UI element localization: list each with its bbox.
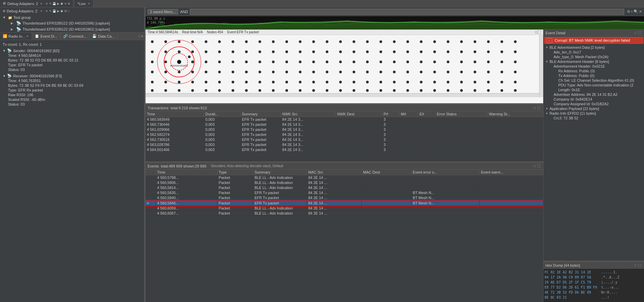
detail-tree-item[interactable]: ▶Rx Address: Public (0) [544,69,643,73]
ev-col-time[interactable] [146,169,156,175]
transactions-min-btn[interactable]: □ [533,106,536,110]
events-max-btn[interactable]: ⛶ [537,164,541,168]
event-row[interactable]: 4 560,5840...PacketEFR Tx packet84 2E 14… [146,195,543,200]
ev-col-type[interactable]: Type [217,169,253,175]
corrupt-icon: ⚠ [547,38,552,43]
ev-col-mac-src[interactable]: MAC Src [307,169,362,175]
debug-adapters-tab[interactable]: ⚙ Debug Adapters: 2 ✕ ✕ ✎ 💾 ▶ ⏹ ✕ ⚙ [0,0,73,7]
device-item-2[interactable]: ▶ 📡 Thunderboard EFR32BG22 (ID:440181862… [0,26,144,32]
transaction-row[interactable]: 4 561,0290660,003EFR Tx packet84 2E 14 3… [146,127,543,132]
event-detail-tab[interactable]: 📋 Event Di... [32,33,61,40]
filter-settings-icon[interactable]: ⚙ [627,9,630,14]
topology-min-btn[interactable]: □ [535,30,537,34]
detail-tree-item[interactable]: ▶Tx Address: Public (0) [544,73,643,78]
detail-tree-item[interactable]: ▶Ch Sel: LE Channel Selection Algorithm … [544,78,643,83]
detail-tree-item[interactable]: ▶Adv_len_0: 0x17 [544,50,643,54]
event-detail-tab-label: Event Di... [40,34,57,38]
detail-tree-item[interactable]: ▶PDU Type: Adv Non-connectable Indicatio… [544,83,643,87]
svg-point-133 [366,81,369,83]
connections-tab[interactable]: 🔗 Connecti... [61,33,90,40]
event-row[interactable]: 4 560,5798...PacketBLE LL - Adv Indicati… [146,175,543,180]
transaction-row[interactable]: 4 562,7305160,003EFR Tx packet84 2E 14 3… [146,137,543,142]
col-nwk-dest[interactable]: NWK Dest [336,111,382,117]
events-min-btn[interactable]: □ [533,164,536,168]
sender-label: Sender: 000440181862 [6D] [13,49,59,53]
event-row[interactable]: ▶4 560,5846...PacketEFR Tx packet84 2E 1… [146,200,543,206]
ev-col-summary[interactable]: Summary [253,169,307,175]
radio-info-tab[interactable]: 📶 Radio In... ✕ [0,33,32,40]
svg-point-46 [312,50,315,53]
filter-close-icon[interactable]: ✕ [639,9,642,14]
detail-tree-item[interactable]: ▼BLE Advertisement Header [8 bytes] [544,59,643,64]
hex-max-btn[interactable]: ⛶ [638,264,642,267]
col-time[interactable]: Time [146,111,204,117]
detail-tree-item[interactable]: ▶Advertisement Header: 0x021E [544,64,643,69]
radio-info-tab-close[interactable]: ✕ [26,35,29,38]
svg-point-161 [366,89,369,92]
data-capture-tab[interactable]: 💾 Data Ca... [89,33,118,40]
transactions-max-btn[interactable]: ⛶ [537,106,541,110]
hex-min-btn[interactable]: □ [634,264,637,267]
expand-icon-1: ▶ [11,22,15,25]
ev-col-warning[interactable]: Event warni... [479,169,543,175]
transaction-row[interactable]: 4 560,5835490,003EFR Tx packet84 2E 14 3… [146,117,543,122]
panel-tab-close[interactable]: ✕ [40,9,43,13]
filter-search-icon[interactable]: 🔍 [634,9,638,14]
debug-adapters-tab-close[interactable]: ✕ [40,2,43,5]
topology-max-btn[interactable]: ⛶ [538,30,541,34]
expand-receiver[interactable]: ▼ [3,74,6,78]
detail-tree-item[interactable]: ▶Adv_type_0: Mesh Packet (0x2A) [544,54,643,59]
live-tab[interactable]: *Live ✕ [75,0,93,7]
live-tab-close[interactable]: ✕ [88,2,90,5]
ev-col-error[interactable]: Event error s... [411,169,480,175]
ev-col-time2[interactable]: Time [156,169,217,175]
col-error[interactable]: Error Status [435,111,487,117]
topology-header: Time:4 560,584614s Real time:N/A Nodes:4… [146,30,543,35]
col-nwk-src[interactable]: NWK Src [281,111,335,117]
radio-info-tab-label: Radio In... [8,34,25,38]
event-row[interactable]: 4 560,5814...PacketBLE LL - Adv Indicati… [146,185,543,190]
col-summary[interactable]: Summary [240,111,281,117]
expand-sender[interactable]: ▼ [3,49,6,52]
topology-hscrollbar[interactable] [146,93,539,97]
col-p[interactable]: P# [382,111,399,117]
detail-tree-item[interactable]: ▶Company Assigned Id: 0x31B2A2 [544,102,643,106]
svg-point-158 [326,89,328,92]
transaction-row[interactable]: 4 564,5014060,003EFR Tx packet84 2E 14 3… [146,147,543,152]
transaction-row[interactable]: 4 562,5822740,003EFR Tx packet84 2E 14 3… [146,132,543,137]
col-e[interactable]: E# [418,111,435,117]
event-row[interactable]: 4 560,5835...PacketEFR Tx packet84 2E 14… [146,190,543,195]
test-group-item[interactable]: ▼ 📁 Test group [0,15,144,20]
detail-tree-item[interactable]: ▶Length: 0x1E [544,87,643,92]
transaction-row[interactable]: 4 560,7304460,003EFR Tx packet84 2E 14 3… [146,122,543,127]
detail-tree-item[interactable]: ▼Application Payload [22 bytes] [544,106,643,111]
event-row[interactable]: 4 560,6067...PacketBLE LL - Adv Indicati… [146,211,543,216]
tree-item-text: Application Payload [22 bytes] [550,107,599,111]
event-row[interactable]: 4 560,6059...PacketBLE LL - Adv Indicati… [146,206,543,211]
minimize-btn[interactable]: □ [138,35,140,38]
filter-input[interactable] [190,9,624,15]
detail-max-btn[interactable]: ⛶ [638,31,642,35]
col-m[interactable]: M# [399,111,418,117]
detail-tree-item[interactable]: ▼BLE Advertisement Data [2 bytes] [544,45,643,50]
detail-tree-item[interactable]: ▼Radio Info EFR32 [11 bytes] [544,111,643,116]
svg-point-93 [205,71,207,73]
col-warning[interactable]: Warning St... [487,111,543,117]
detail-tree-item[interactable]: ▶Crc3: 72 3B 52 [544,116,643,120]
event-row[interactable]: 4 560,5806...PacketBLE LL - Adv Indicati… [146,180,543,185]
receiver-rssi-raw: Raw RSSI: 196 [3,92,142,97]
detail-min-btn[interactable]: □ [634,31,637,35]
transactions-header-row: Time Durati... Summary NWK Src NWK Dest … [146,111,543,117]
col-duration[interactable]: Durati... [204,111,241,117]
topology-scrollbar[interactable] [539,35,543,97]
device-item-1[interactable]: ▶ 📡 Thunderboard EFR32BG22 (ID:440181596… [0,20,144,26]
maximize-btn[interactable]: ✕ [141,35,144,38]
transaction-row[interactable]: 4 563,0287860,003EFR Tx packet84 2E 14 3… [146,142,543,147]
svg-point-94 [218,71,221,73]
content-area: Time:4 560,584614s Real time:N/A Nodes:4… [146,30,644,302]
ev-col-mac-dest[interactable]: MAC Dest [362,169,411,175]
filter-add-icon[interactable]: + [631,9,633,14]
detail-tree-item[interactable]: ▶Advertiser Address: 84 2E 14 31 B2 A2 [544,92,643,97]
detail-tree-item[interactable]: ▶Company Id: 0x842E14 [544,97,643,102]
saved-filters-button[interactable]: 2 saved filters... [148,9,178,14]
